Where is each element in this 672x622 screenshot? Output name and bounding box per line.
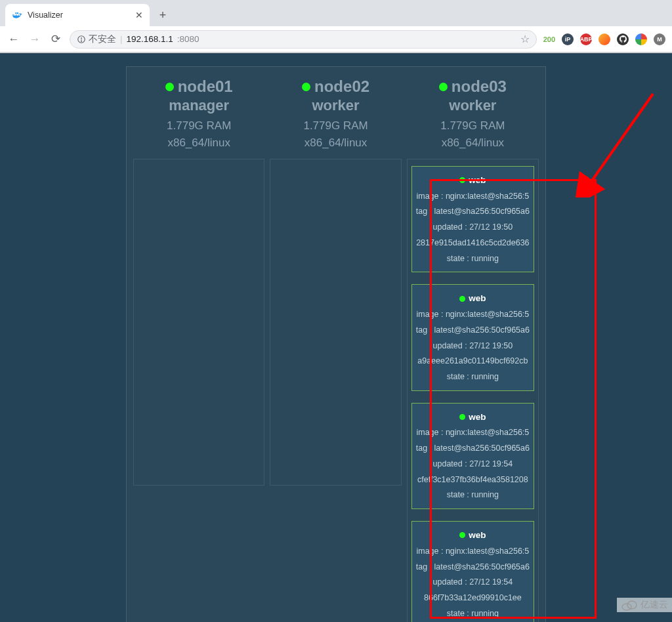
address-bar: ← → ⟳ 不安全 | 192.168.1.1:8080 ☆ 200 iP AB… — [0, 26, 672, 52]
node-ram: 1.779G RAM — [270, 119, 401, 133]
task-title: web — [412, 527, 534, 544]
task-updated: updated : 27/12 19:50 — [412, 339, 534, 354]
task-updated: updated : 27/12 19:50 — [412, 220, 534, 236]
status-dot-icon — [165, 83, 174, 91]
node-role: worker — [270, 97, 401, 114]
node-header: node03worker1.779G RAMx86_64/linux — [407, 73, 539, 159]
browser-tab[interactable]: Visualizer ✕ — [5, 4, 150, 26]
task-state: state : running — [412, 606, 534, 622]
ext-icon-ip[interactable]: iP — [562, 33, 574, 45]
svg-point-5 — [627, 601, 637, 609]
task-image: image : nginx:latest@sha256:5 — [412, 307, 534, 323]
node-header: node01manager1.779G RAMx86_64/linux — [133, 73, 264, 159]
ext-icon-chrome[interactable] — [635, 33, 647, 45]
node-name: node01 — [133, 77, 264, 96]
status-dot-icon — [439, 83, 448, 91]
visualizer-canvas: node01manager1.779G RAMx86_64/linuxnode0… — [0, 53, 672, 622]
svg-point-2 — [81, 41, 82, 41]
node-role: manager — [133, 97, 264, 114]
task-state: state : running — [412, 369, 534, 385]
task-image: image : nginx:latest@sha256:5 — [412, 189, 534, 205]
task-id: a9aeee261a9c01149bcf692cb — [412, 354, 534, 369]
tasks-box: webimage : nginx:latest@sha256:5tag : la… — [407, 159, 539, 622]
task-card[interactable]: webimage : nginx:latest@sha256:5tag : la… — [411, 403, 534, 509]
node-ram: 1.779G RAM — [133, 119, 264, 133]
new-tab-button[interactable]: + — [154, 6, 172, 24]
task-title: web — [412, 172, 534, 189]
tab-title: Visualizer — [28, 10, 130, 20]
task-tag: tag : latest@sha256:50cf965a6 — [412, 560, 534, 575]
node-arch: x86_64/linux — [133, 136, 264, 150]
svg-point-4 — [622, 604, 631, 610]
forward-button[interactable]: → — [28, 33, 42, 46]
task-id: cfeff3c1e37fb36bf4ea3581208 — [412, 472, 534, 488]
close-icon[interactable]: ✕ — [135, 10, 143, 20]
url-input[interactable]: 不安全 | 192.168.1.1:8080 ☆ — [70, 30, 537, 49]
status-dot-icon — [302, 83, 310, 91]
nodes-container: node01manager1.779G RAMx86_64/linuxnode0… — [126, 66, 546, 622]
insecure-badge: 不安全 — [77, 33, 116, 45]
ext-icon-abp[interactable]: ABP — [580, 33, 592, 45]
task-card[interactable]: webimage : nginx:latest@sha256:5tag : la… — [411, 166, 534, 272]
task-tag: tag : latest@sha256:50cf965a6 — [412, 441, 534, 457]
tasks-box — [133, 159, 264, 486]
ext-icon-weather[interactable] — [598, 33, 610, 45]
tab-bar: Visualizer ✕ + — [0, 0, 672, 26]
task-card[interactable]: webimage : nginx:latest@sha256:5tag : la… — [411, 521, 534, 622]
node-arch: x86_64/linux — [407, 136, 539, 150]
back-button[interactable]: ← — [7, 33, 21, 46]
node-header: node02worker1.779G RAMx86_64/linux — [270, 73, 401, 159]
status-dot-icon — [459, 414, 465, 420]
task-title: web — [412, 409, 534, 426]
task-state: state : running — [412, 487, 534, 503]
task-image: image : nginx:latest@sha256:5 — [412, 544, 534, 560]
bookmark-star-icon[interactable]: ☆ — [520, 33, 530, 45]
status-dot-icon — [459, 532, 465, 538]
node-column: node03worker1.779G RAMx86_64/linuxwebima… — [407, 73, 539, 622]
watermark: 亿速云 — [617, 598, 672, 612]
node-arch: x86_64/linux — [270, 136, 401, 150]
task-updated: updated : 27/12 19:54 — [412, 457, 534, 472]
task-tag: tag : latest@sha256:50cf965a6 — [412, 323, 534, 339]
reload-button[interactable]: ⟳ — [49, 32, 63, 46]
task-state: state : running — [412, 251, 534, 267]
node-ram: 1.779G RAM — [407, 119, 539, 133]
task-card[interactable]: webimage : nginx:latest@sha256:5tag : la… — [411, 284, 534, 390]
task-image: image : nginx:latest@sha256:5 — [412, 425, 534, 441]
task-id: 2817e915dad1416c5cd2de636 — [412, 236, 534, 251]
ext-icon-github[interactable] — [617, 33, 629, 45]
ext-icon-generic[interactable]: M — [654, 33, 665, 45]
task-id: 866f7b33a12ed99910c1ee — [412, 591, 534, 606]
node-column: node01manager1.779G RAMx86_64/linux — [133, 73, 264, 622]
status-dot-icon — [459, 177, 465, 183]
url-host: 192.168.1.1 — [127, 34, 173, 44]
task-tag: tag : latest@sha256:50cf965a6 — [412, 204, 534, 220]
tasks-box — [270, 159, 401, 486]
docker-icon — [12, 10, 22, 20]
browser-chrome: Visualizer ✕ + ← → ⟳ 不安全 | 192.168.1.1:8… — [0, 0, 672, 53]
url-port: :8080 — [177, 34, 200, 44]
node-column: node02worker1.779G RAMx86_64/linux — [270, 73, 401, 622]
task-title: web — [412, 290, 534, 307]
task-updated: updated : 27/12 19:54 — [412, 575, 534, 591]
node-name: node03 — [407, 77, 539, 96]
page-viewport: node01manager1.779G RAMx86_64/linuxnode0… — [0, 53, 672, 622]
extension-icons: 200 iP ABP M — [543, 33, 665, 45]
node-role: worker — [407, 97, 539, 114]
status-code-badge: 200 — [543, 35, 555, 43]
status-dot-icon — [459, 296, 465, 302]
node-name: node02 — [270, 77, 401, 96]
